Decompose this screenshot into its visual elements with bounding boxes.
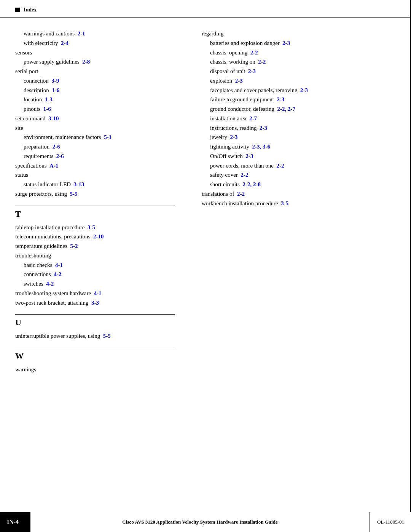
page-ref: 2-2, 2-7 xyxy=(277,106,295,112)
page-ref: 2-3 xyxy=(300,87,308,93)
list-item: translations of 2-2 xyxy=(202,189,396,199)
list-item: surge protectors, using 5-5 xyxy=(15,189,190,199)
list-item: with electricity 2-4 xyxy=(15,38,190,48)
page-ref: 2-3 xyxy=(235,78,243,84)
page-ref: 2-3 xyxy=(260,125,267,131)
page-ref: 2-2, 2-8 xyxy=(242,181,261,187)
entry-text: troubleshooting xyxy=(15,252,51,259)
footer-doc-title: Cisco AVS 3120 Application Velocity Syst… xyxy=(122,519,277,525)
list-item: uninterruptible power supplies, using 5-… xyxy=(15,331,190,341)
page-ref: A-1 xyxy=(49,163,58,169)
entry-text: batteries and explosion danger xyxy=(210,40,282,46)
list-item: chassis, opening 2-2 xyxy=(202,48,396,58)
page-ref: 5-5 xyxy=(103,333,111,339)
entry-text: safety cover xyxy=(210,172,241,178)
list-item: warnings and cautions 2-1 xyxy=(15,29,190,38)
list-item: power cords, more than one 2-2 xyxy=(202,161,396,171)
page-header: Index xyxy=(0,0,411,18)
entry-text: description xyxy=(24,87,52,93)
entry-text: tabletop installation procedure xyxy=(15,224,88,230)
list-item: instructions, reading 2-3 xyxy=(202,123,396,133)
entry-text: two-post rack bracket, attaching xyxy=(15,300,91,306)
list-item: installation area 2-7 xyxy=(202,114,396,123)
entry-text: chassis, working on xyxy=(210,59,258,65)
list-item: status xyxy=(15,170,190,180)
entry-text: connections xyxy=(24,271,54,277)
list-item: short circuits 2-2, 2-8 xyxy=(202,180,396,189)
page-ref: 3-13 xyxy=(74,181,84,187)
list-item: environment, maintenance factors 5-1 xyxy=(15,133,190,142)
page-ref: 5-1 xyxy=(104,134,112,140)
list-item: disposal of unit 2-3 xyxy=(202,67,396,76)
entry-text: instructions, reading xyxy=(210,125,260,131)
entry-text: temperature guidelines xyxy=(15,243,70,249)
entry-text: disposal of unit xyxy=(210,68,248,74)
page-ref: 2-8 xyxy=(82,59,90,65)
list-item: On/Off switch 2-3 xyxy=(202,152,396,161)
list-item: failure to ground equipment 2-3 xyxy=(202,95,396,104)
list-item: connections 4-2 xyxy=(15,270,190,279)
left-column: warnings and cautions 2-1 with electrici… xyxy=(15,29,190,374)
footer-center: Cisco AVS 3120 Application Velocity Syst… xyxy=(30,512,370,532)
list-item: connection 3-9 xyxy=(15,76,190,86)
entry-text: location xyxy=(24,96,45,102)
page-ref: 2-2 xyxy=(258,59,266,65)
list-item: location 1-3 xyxy=(15,95,190,104)
entry-text: lightning activity xyxy=(210,144,252,150)
entry-text: warnings xyxy=(15,366,36,372)
entry-text: chassis, opening xyxy=(210,50,250,56)
page-ref: 2-1 xyxy=(78,30,85,37)
list-item: pinouts 1-6 xyxy=(15,104,190,114)
footer-doc-id: OL-11805-01 xyxy=(370,512,411,532)
main-content: warnings and cautions 2-1 with electrici… xyxy=(0,18,411,412)
section-divider-t xyxy=(15,206,175,206)
entry-text: environment, maintenance factors xyxy=(24,134,104,140)
list-item: switches 4-2 xyxy=(15,279,190,289)
list-item: lightning activity 2-3, 3-6 xyxy=(202,142,396,152)
entry-text: faceplates and cover panels, removing xyxy=(210,87,300,93)
entry-text: with electricity xyxy=(24,40,61,46)
list-item: workbench installation procedure 3-5 xyxy=(202,199,396,208)
entry-text: regarding xyxy=(202,30,223,37)
page-ref: 2-3 xyxy=(245,153,253,159)
entry-text: preparation xyxy=(24,144,53,150)
page-ref: 2-3 xyxy=(277,96,284,102)
page-ref: 2-3 xyxy=(248,68,256,74)
list-item: serial port xyxy=(15,67,190,76)
list-item: explosion 2-3 xyxy=(202,76,396,86)
page-ref: 4-2 xyxy=(54,271,61,277)
entry-text: short circuits xyxy=(210,181,242,187)
entry-text: explosion xyxy=(210,78,235,84)
footer-page-number: IN-4 xyxy=(0,512,30,532)
entry-text: requirements xyxy=(24,153,56,159)
page-ref: 2-2 xyxy=(237,191,245,197)
entry-text: warnings and cautions xyxy=(24,30,78,37)
section-letter-u: U xyxy=(15,318,190,328)
page-ref: 5-5 xyxy=(70,191,77,197)
entry-text: site xyxy=(15,125,23,131)
header-title: Index xyxy=(24,7,37,13)
entry-text: serial port xyxy=(15,68,38,74)
page-ref: 3-5 xyxy=(281,200,288,206)
page-ref: 1-6 xyxy=(43,106,51,112)
entry-text: installation area xyxy=(210,115,249,121)
entry-text: failure to ground equipment xyxy=(210,96,277,102)
list-item: site xyxy=(15,123,190,133)
entry-text: basic checks xyxy=(24,262,55,268)
list-item: two-post rack bracket, attaching 3-3 xyxy=(15,298,190,308)
entry-text: surge protectors, using xyxy=(15,191,70,197)
page-ref: 2-6 xyxy=(53,144,60,150)
page-ref: 4-1 xyxy=(94,290,102,296)
page-ref: 2-2 xyxy=(277,163,284,169)
list-item: power supply guidelines 2-8 xyxy=(15,57,190,67)
list-item: preparation 2-6 xyxy=(15,142,190,152)
list-item: basic checks 4-1 xyxy=(15,260,190,270)
list-item: regarding xyxy=(202,29,396,38)
entry-text: status indicator LED xyxy=(24,181,74,187)
entry-text: troubleshooting system hardware xyxy=(15,290,94,296)
list-item: temperature guidelines 5-2 xyxy=(15,241,190,251)
page-ref: 2-3 xyxy=(282,40,290,46)
list-item: warnings xyxy=(15,365,190,374)
page-footer: IN-4 Cisco AVS 3120 Application Velocity… xyxy=(0,512,411,532)
list-item: chassis, working on 2-2 xyxy=(202,57,396,67)
